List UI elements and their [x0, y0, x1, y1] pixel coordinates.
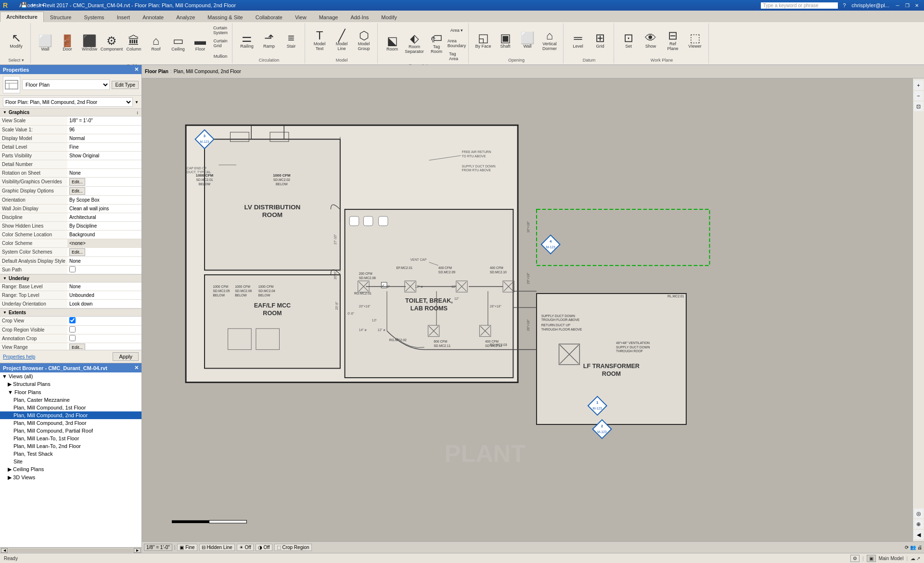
view-range-edit-btn[interactable]: Edit... [69, 344, 85, 350]
save-btn[interactable]: 💾 [19, 1, 29, 9]
tab-systems[interactable]: Systems [77, 12, 110, 22]
column-btn[interactable]: 🏛 Column [123, 29, 144, 57]
component-btn[interactable]: ⚙ Component [101, 29, 122, 57]
pb-plan-3rd[interactable]: Plan, Mill Compound, 3rd Floor [0, 419, 141, 427]
print-icon[interactable]: 🖨 [917, 545, 922, 550]
wall-btn[interactable]: ⬜ Wall [35, 29, 56, 57]
tag-area-btn[interactable]: Tag Area [448, 50, 465, 63]
options-btn[interactable]: ⚙ [850, 555, 860, 562]
pb-plan-caster[interactable]: Plan, Caster Mezzanine [0, 396, 141, 404]
sync-icon[interactable]: ⟳ [905, 545, 909, 550]
roof-btn[interactable]: ⌂ Roof [145, 29, 167, 57]
apply-button[interactable]: Apply [113, 352, 139, 361]
pb-plan-1st[interactable]: Plan, Mill Compound, 1st Floor [0, 404, 141, 411]
ramp-btn[interactable]: ⬏ Ramp [258, 26, 280, 54]
tab-massing[interactable]: Massing & Site [201, 12, 249, 22]
mullion-btn[interactable]: Mullion [212, 50, 229, 63]
level-btn[interactable]: ═ Level [567, 26, 589, 54]
door-btn[interactable]: 🚪 Door [57, 29, 78, 57]
visual-style-btn[interactable]: ⊟ Hidden Line [199, 544, 235, 551]
pb-plan-partial-roof[interactable]: Plan, Mill Compound, Partial Roof [0, 427, 141, 435]
undo-btn[interactable]: ↩ [30, 1, 37, 9]
crop-btn[interactable]: ⬚ Crop Region [274, 544, 312, 551]
edit-type-button[interactable]: Edit Type [112, 81, 139, 89]
room-separator-btn[interactable]: ⬖ Room Separator [404, 29, 425, 57]
select-btn[interactable]: ↖ Modify [6, 26, 27, 54]
cloud-icon[interactable]: ☁ [911, 556, 915, 561]
pb-views-all[interactable]: ▼ Views (all) [0, 372, 141, 380]
floor-btn[interactable]: ▬ Floor [190, 29, 211, 57]
model-line-btn[interactable]: ╱ Model Line [331, 26, 352, 54]
model-text-btn[interactable]: T Model Text [309, 26, 330, 54]
close-button[interactable]: ✕ [912, 1, 921, 9]
graphics-section-header[interactable]: ▼ Graphics ↕ [0, 108, 141, 116]
grid-btn[interactable]: ⊞ Grid [590, 26, 611, 54]
window-btn[interactable]: ⬛ Window [79, 29, 100, 57]
sun-path-btn[interactable]: ☀ Off [237, 544, 254, 551]
system-color-edit-btn[interactable]: Edit... [69, 248, 85, 256]
zoom-fit-btn[interactable]: ⊡ [914, 102, 924, 111]
pb-site[interactable]: Site [0, 458, 141, 465]
tag-room-btn[interactable]: 🏷 Tag Room [426, 29, 447, 57]
ref-plane-btn[interactable]: ⊟ Ref Plane [662, 26, 683, 54]
annotation-crop-checkbox[interactable] [69, 335, 76, 341]
nav-wheel-btn[interactable]: ◎ [914, 509, 924, 518]
properties-help-link[interactable]: Properties help [3, 354, 35, 359]
search-box[interactable]: Type a keyword or phrase [761, 2, 838, 9]
room-btn[interactable]: ⬕ Room [382, 29, 403, 57]
wall-opening-btn[interactable]: ⬜ Wall [517, 26, 538, 54]
curtain-grid-btn[interactable]: CurtainGrid [212, 37, 229, 50]
ceiling-btn[interactable]: ▭ Ceiling [167, 29, 189, 57]
pb-plan-2nd[interactable]: Plan, Mill Compound, 2nd Floor [0, 411, 141, 419]
pb-structural-plans[interactable]: ▶ Structural Plans [0, 380, 141, 388]
steering-wheel-btn[interactable]: ⊕ [914, 519, 924, 529]
sun-path-checkbox[interactable] [69, 266, 76, 272]
tab-manage[interactable]: Manage [313, 12, 345, 22]
pb-floor-plans[interactable]: ▼ Floor Plans [0, 388, 141, 396]
shadows-btn[interactable]: ◑ Off [256, 544, 272, 551]
tab-modify[interactable]: Modify [375, 12, 403, 22]
pb-ceiling-plans[interactable]: ▶ Ceiling Plans [0, 465, 141, 473]
vertical-dormer-btn[interactable]: ⌂ Vertical Dormer [539, 26, 560, 54]
tab-annotate[interactable]: Annotate [136, 12, 170, 22]
pb-3d-views[interactable]: ▶ 3D Views [0, 473, 141, 482]
railing-btn[interactable]: ⚌ Railing [236, 26, 257, 54]
floor-plan-viewport[interactable]: 1000 CFM SD.MC2.01 BELOW 1000 CFM SD.MC2… [142, 78, 912, 541]
pb-scroll-right[interactable]: ▶ [134, 548, 141, 553]
pb-plan-leanto-2nd[interactable]: Plan, Mill Lean-To, 2nd Floor [0, 442, 141, 450]
area-btn[interactable]: Area ▾ [448, 24, 465, 37]
tab-analyze[interactable]: Analyze [170, 12, 201, 22]
crop-view-checkbox[interactable] [69, 317, 76, 323]
crop-region-visible-checkbox[interactable] [69, 326, 76, 333]
tab-collaborate[interactable]: Collaborate [249, 12, 289, 22]
curtain-system-btn[interactable]: CurtainSystem [212, 24, 229, 37]
area-boundary-btn[interactable]: Area Boundary [448, 37, 465, 50]
scale-display[interactable]: 1/8" = 1'-0" [144, 544, 172, 551]
by-face-btn[interactable]: ◱ By Face [473, 26, 494, 54]
help-icon[interactable]: ? [841, 2, 847, 9]
graphic-display-edit-btn[interactable]: Edit... [69, 187, 85, 195]
model-group-btn[interactable]: ⬡ Model Group [353, 26, 374, 54]
pb-plan-leanto-1st[interactable]: Plan, Mill Lean-To, 1st Floor [0, 435, 141, 442]
tab-insert[interactable]: Insert [111, 12, 137, 22]
type-name-select[interactable]: Floor Plan [22, 79, 110, 90]
underlay-section-header[interactable]: ▼ Underlay [0, 274, 141, 282]
properties-close-btn[interactable]: ✕ [134, 66, 139, 73]
viewer-btn[interactable]: ⬚ Viewer [684, 26, 706, 54]
redo-btn[interactable]: ↪ [38, 1, 45, 9]
tab-addins[interactable]: Add-Ins [344, 12, 375, 22]
share-icon[interactable]: ↗ [916, 556, 920, 561]
minimize-button[interactable]: ─ [893, 1, 902, 9]
detail-level-btn[interactable]: ▣ Fine [177, 544, 197, 551]
shaft-btn[interactable]: ▣ Shaft [495, 26, 516, 54]
view-selector[interactable]: Floor Plan: Plan, Mill Compound, 2nd Flo… [3, 97, 133, 107]
tab-architecture[interactable]: Architecture [0, 12, 44, 22]
restore-button[interactable]: ❐ [903, 1, 911, 9]
tab-view[interactable]: View [289, 12, 313, 22]
pb-close-btn[interactable]: ✕ [134, 365, 139, 371]
extents-section-header[interactable]: ▼ Extents [0, 308, 141, 317]
pb-scrollbar[interactable]: ◀ ▶ [0, 547, 141, 553]
set-btn[interactable]: ⊡ Set [618, 26, 639, 54]
show-btn[interactable]: 👁 Show [640, 26, 661, 54]
worksharing-icon[interactable]: 👥 [910, 545, 916, 550]
